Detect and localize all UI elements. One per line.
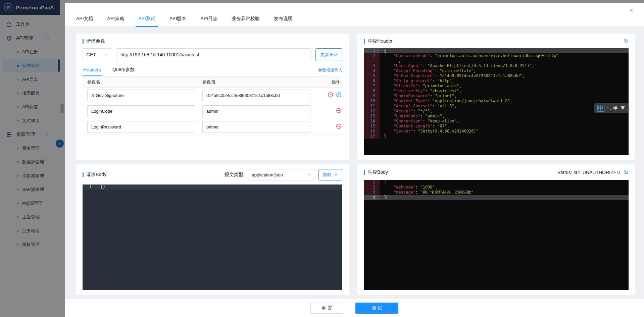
code-line: 5 "X-Gov-Signature": "d14a9c05f4cc4e8f93…: [364, 73, 629, 78]
request-params-title: 请求参数: [86, 38, 105, 44]
code-line: 6 "$http_protocol": "http",: [364, 78, 629, 84]
code-line: 4}: [364, 195, 629, 200]
line-number: 9: [364, 94, 380, 99]
line-number: 2: [364, 185, 380, 190]
test-button[interactable]: 测 试: [355, 303, 398, 314]
line-number: 16: [364, 129, 380, 134]
remove-row-icon[interactable]: [328, 92, 333, 99]
code-line: 8 "receiverKey": "/basictest",: [364, 89, 629, 94]
title-accent-bar: [83, 39, 84, 44]
request-body-title: 请求Body: [86, 172, 106, 178]
request-params-panel: 请求参数 GET 更新凭证 HeadersQuery参数参数模板导入 参数名 参…: [76, 34, 349, 160]
code-line: 1▾{: [364, 180, 629, 185]
column-param-name: 参数名: [83, 79, 202, 85]
param-tab-1[interactable]: Query参数: [112, 64, 135, 76]
ime-language-indicator[interactable]: 中: [597, 105, 604, 112]
method-value: GET: [86, 52, 96, 57]
param-name-input[interactable]: [87, 105, 195, 117]
modal-tab-2[interactable]: API测试: [138, 16, 155, 27]
response-body-editor[interactable]: 1▾{2 "esbcode": "1009",3 "message": "用户名…: [364, 180, 629, 290]
line-number: 4: [364, 195, 380, 200]
request-body-editor[interactable]: 1{}: [83, 184, 342, 290]
line-number: 1: [83, 184, 96, 190]
copy-icon[interactable]: [623, 39, 629, 44]
response-header-panel: 响应Header 1▾{2 "OperationCode": "primeton…: [357, 34, 635, 160]
content-type-value: application/json: [252, 172, 283, 177]
code-line: 11 "Accept-Charset": "utf-8",: [364, 104, 629, 109]
text-cursor: [387, 195, 387, 199]
code-line: 1▾{: [364, 48, 629, 53]
template-import-link[interactable]: 参数模板导入: [318, 67, 342, 73]
extract-button[interactable]: 提取: [318, 169, 342, 180]
close-icon[interactable]: ×: [629, 7, 633, 13]
response-header-title: 响应Header: [368, 38, 393, 44]
add-row-icon[interactable]: [336, 92, 342, 99]
line-number: 17: [364, 134, 380, 139]
modal-tab-6[interactable]: 发布说明: [274, 16, 293, 27]
code-line: 17}: [364, 134, 629, 139]
param-row-2: [83, 119, 342, 135]
param-value-input[interactable]: [202, 105, 310, 117]
code-line: 16 "Server": "Jetty(9.4.56.v20240826)": [364, 129, 629, 134]
line-number: 11: [364, 104, 380, 109]
line-number: 2: [364, 53, 380, 58]
param-tab-0[interactable]: Headers: [83, 64, 102, 76]
remove-row-icon[interactable]: [336, 108, 342, 115]
line-number: 1▾: [364, 48, 380, 53]
ime-punctuation-mode[interactable]: °，半: [607, 105, 617, 111]
param-name-input[interactable]: [87, 121, 195, 133]
line-number: 6: [364, 78, 380, 84]
param-value-input[interactable]: [202, 121, 310, 133]
method-select[interactable]: GET: [83, 48, 112, 61]
reset-button[interactable]: 重 置: [310, 303, 343, 314]
param-value-input[interactable]: [202, 90, 310, 101]
line-number: 4: [364, 68, 380, 73]
chevron-down-icon: [104, 53, 108, 57]
chevron-down-icon: [307, 173, 311, 177]
update-credential-button[interactable]: 更新凭证: [315, 48, 342, 61]
code-line: 9 "LoginPassword": "primet",: [364, 94, 629, 99]
request-body-panel: 请求Body 报文类型: application/json 提取 1{}: [76, 164, 349, 295]
param-table-header: 参数名 参数值 操作: [83, 77, 342, 88]
code-line: 14 "Connection": "keep-alive",: [364, 119, 629, 124]
line-number: 10: [364, 99, 380, 104]
ime-toolbar[interactable]: 中 °，半: [594, 103, 629, 113]
ime-skin-icon[interactable]: [620, 105, 626, 111]
modal-tab-4[interactable]: API日志: [200, 16, 217, 27]
code-line: 3 "message": "用户名密码错误，访问失败": [364, 190, 629, 195]
line-number: 3: [364, 190, 380, 195]
content-type-select[interactable]: application/json: [248, 169, 315, 180]
code-line: 10 "Content-Type": "application/json;cha…: [364, 99, 629, 104]
code-line: 12 "Accept": "*/*",: [364, 109, 629, 114]
fold-arrow-icon[interactable]: ▾: [377, 180, 379, 185]
modal-content: 请求参数 GET 更新凭证 HeadersQuery参数参数模板导入 参数名 参…: [65, 27, 644, 299]
url-input[interactable]: [116, 48, 311, 61]
title-accent-bar: [364, 170, 365, 175]
response-header-editor[interactable]: 1▾{2 "OperationCode": "primeton.auth.aut…: [364, 48, 629, 155]
param-table-body: [83, 88, 342, 135]
response-body-panel: 响应Body Status: 401 UNAUTHORIZED 1▾{2 "es…: [357, 164, 635, 295]
code-line: 7 "ClientId": "primeton.auth",: [364, 84, 629, 89]
code-line: 2 "esbcode": "1009",: [364, 185, 629, 190]
remove-row-icon[interactable]: [336, 123, 342, 130]
line-number: 13: [364, 114, 380, 119]
fold-arrow-icon[interactable]: ▾: [377, 48, 379, 53]
modal-tab-3[interactable]: API版本: [169, 16, 187, 27]
modal-tab-0[interactable]: API文档: [76, 16, 93, 27]
param-row-0: [83, 88, 342, 103]
line-number: 3: [364, 63, 380, 68]
param-name-input[interactable]: [87, 90, 195, 101]
modal-tab-1[interactable]: API策略: [107, 16, 125, 27]
copy-icon[interactable]: [623, 169, 629, 176]
line-number: 1▾: [364, 180, 380, 185]
title-accent-bar: [364, 39, 365, 44]
line-number: 5: [364, 73, 380, 78]
status-badge: Status: 401 UNAUTHORIZED: [557, 170, 620, 175]
api-test-modal: × API文档API策略API测试API版本API日志业务异常校验发布说明 请求…: [65, 3, 644, 317]
line-number: 8: [364, 89, 380, 94]
modal-tab-5[interactable]: 业务异常校验: [232, 16, 260, 27]
line-number: 7: [364, 84, 380, 89]
column-actions: 操作: [317, 79, 342, 85]
column-param-value: 参数值: [202, 79, 317, 85]
line-number: 14: [364, 119, 380, 124]
